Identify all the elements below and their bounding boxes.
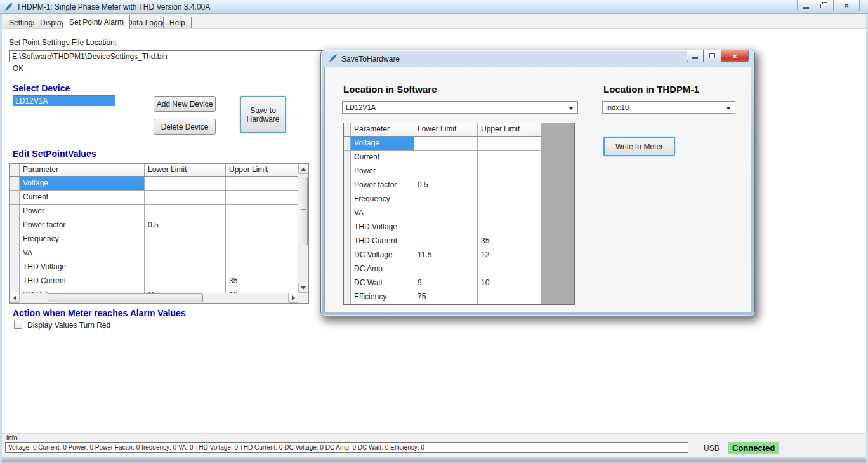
row-header[interactable] (344, 220, 351, 234)
cell-upper-limit[interactable] (226, 260, 298, 274)
cell-parameter[interactable]: Frequency (351, 192, 414, 206)
software-location-combobox[interactable]: LD12V1A (342, 101, 578, 114)
row-header[interactable] (10, 205, 20, 218)
save-to-hardware-button[interactable]: Save to Hardware (240, 96, 286, 133)
cell-parameter[interactable]: Voltage (351, 137, 414, 150)
scroll-right-icon[interactable] (288, 293, 298, 303)
horizontal-scroll-thumb[interactable] (48, 293, 203, 302)
cell-parameter[interactable]: Voltage (20, 177, 145, 190)
thdpm-location-combobox[interactable]: Indx:10 (602, 101, 735, 114)
cell-lower-limit[interactable]: 0.5 (145, 218, 226, 232)
cell-parameter[interactable]: VA (20, 246, 145, 260)
cell-upper-limit[interactable] (226, 232, 298, 246)
row-header[interactable] (10, 274, 20, 288)
cell-upper-limit[interactable] (478, 137, 541, 150)
cell-lower-limit[interactable] (145, 246, 226, 260)
cell-lower-limit[interactable] (414, 262, 478, 276)
add-new-device-button[interactable]: Add New Device (154, 96, 216, 112)
cell-upper-limit[interactable]: 10 (478, 276, 541, 290)
cell-upper-limit[interactable] (478, 290, 541, 304)
cell-lower-limit[interactable] (414, 164, 478, 178)
cell-upper-limit[interactable] (478, 206, 541, 220)
cell-parameter[interactable]: Power factor (20, 218, 145, 232)
cell-upper-limit[interactable]: 12 (478, 248, 541, 262)
cell-lower-limit[interactable]: 11.5 (414, 248, 478, 262)
cell-parameter[interactable]: Power (351, 164, 414, 178)
tab-set-point-alarm[interactable]: Set Point/ Alarm (63, 15, 130, 29)
cell-lower-limit[interactable] (145, 205, 226, 218)
maximize-icon[interactable] (704, 50, 721, 62)
cell-parameter[interactable]: VA (351, 206, 414, 220)
display-red-checkbox-label[interactable]: Display Values Turn Red (27, 321, 110, 330)
cell-upper-limit[interactable] (226, 205, 298, 218)
row-header[interactable] (344, 178, 351, 192)
cell-upper-limit[interactable]: 35 (478, 234, 541, 248)
write-to-meter-button[interactable]: Write to Meter (603, 137, 675, 156)
cell-lower-limit[interactable] (414, 137, 478, 150)
minimize-icon[interactable] (687, 50, 704, 62)
row-header[interactable] (344, 137, 351, 150)
cell-upper-limit[interactable] (478, 164, 541, 178)
row-header[interactable] (344, 262, 351, 276)
cell-upper-limit[interactable] (226, 246, 298, 260)
cell-parameter[interactable]: Power (20, 205, 145, 218)
cell-parameter[interactable]: DC Amp (351, 262, 414, 276)
cell-lower-limit[interactable] (414, 192, 478, 206)
scroll-up-icon[interactable] (298, 164, 308, 174)
column-header-upper-limit[interactable]: Upper Limit (226, 164, 298, 176)
row-header[interactable] (344, 164, 351, 178)
column-header-lower-limit[interactable]: Lower Limit (414, 123, 478, 136)
title-bar[interactable]: THDPM-1: Single Phase Meter with THD Ver… (0, 0, 868, 14)
cell-parameter[interactable]: Efficiency (351, 290, 414, 304)
device-listbox[interactable]: LD12V1A (13, 95, 115, 133)
cell-upper-limit[interactable] (478, 178, 541, 192)
row-header[interactable] (10, 260, 20, 274)
cell-lower-limit[interactable] (414, 151, 478, 164)
cell-parameter[interactable]: THD Current (20, 274, 145, 288)
row-header[interactable] (344, 234, 351, 248)
minimize-icon[interactable] (797, 0, 815, 11)
cell-lower-limit[interactable] (145, 191, 226, 204)
cell-lower-limit[interactable]: 0.5 (414, 178, 478, 192)
info-readout-input[interactable] (5, 442, 688, 453)
column-header-upper-limit[interactable]: Upper Limit (478, 123, 541, 136)
cell-lower-limit[interactable]: 9 (414, 276, 478, 290)
cell-parameter[interactable]: Frequency (20, 232, 145, 246)
cell-upper-limit[interactable] (478, 220, 541, 234)
row-header[interactable] (344, 206, 351, 220)
cell-lower-limit[interactable] (414, 206, 478, 220)
cell-upper-limit[interactable] (478, 262, 541, 276)
scroll-left-icon[interactable] (10, 293, 20, 303)
close-icon[interactable]: × (721, 50, 749, 62)
cell-upper-limit[interactable] (226, 191, 298, 204)
cell-upper-limit[interactable] (226, 177, 298, 190)
cell-upper-limit[interactable]: 35 (226, 274, 298, 288)
row-header[interactable] (344, 151, 351, 164)
cell-parameter[interactable]: DC Watt (351, 276, 414, 290)
device-list-item[interactable]: LD12V1A (13, 96, 115, 106)
restore-icon[interactable] (815, 0, 834, 11)
delete-device-button[interactable]: Delete Device (154, 119, 216, 135)
cell-parameter[interactable]: DC Voltage (351, 248, 414, 262)
row-header[interactable] (344, 192, 351, 206)
horizontal-scrollbar[interactable] (10, 293, 298, 303)
cell-lower-limit[interactable] (145, 232, 226, 246)
cell-upper-limit[interactable] (478, 192, 541, 206)
row-header[interactable] (10, 218, 20, 232)
cell-parameter[interactable]: THD Voltage (351, 220, 414, 234)
column-header-lower-limit[interactable]: Lower Limit (145, 164, 226, 176)
cell-lower-limit[interactable] (145, 177, 226, 190)
scroll-down-icon[interactable] (298, 283, 308, 293)
column-header-parameter[interactable]: Parameter (351, 123, 414, 136)
display-red-checkbox[interactable] (14, 321, 22, 329)
cell-parameter[interactable]: Current (351, 151, 414, 164)
vertical-scroll-thumb[interactable] (299, 177, 308, 245)
cell-lower-limit[interactable] (414, 234, 478, 248)
row-header[interactable] (10, 232, 20, 246)
vertical-scrollbar[interactable] (298, 164, 308, 293)
cell-upper-limit[interactable] (226, 218, 298, 232)
row-header[interactable] (344, 290, 351, 304)
row-header[interactable] (344, 276, 351, 290)
cell-lower-limit[interactable]: 75 (414, 290, 478, 304)
row-header[interactable] (10, 246, 20, 260)
